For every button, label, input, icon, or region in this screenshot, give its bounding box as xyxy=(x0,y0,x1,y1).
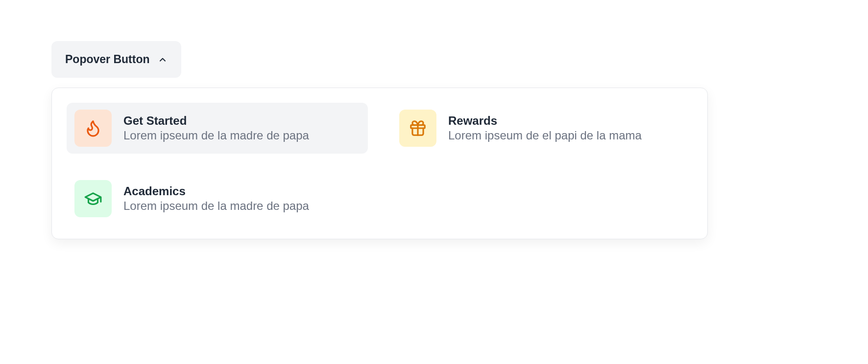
popover-panel: Get Started Lorem ipseum de la madre de … xyxy=(51,88,708,239)
menu-item-content: Get Started Lorem ipseum de la madre de … xyxy=(123,114,309,142)
menu-item-academics[interactable]: Academics Lorem ipseum de la madre de pa… xyxy=(67,173,368,224)
menu-item-rewards[interactable]: Rewards Lorem ipseum de el papi de la ma… xyxy=(391,103,693,154)
menu-item-title: Get Started xyxy=(123,114,309,128)
menu-item-description: Lorem ipseum de el papi de la mama xyxy=(448,129,642,142)
menu-item-title: Academics xyxy=(123,184,309,198)
gift-icon xyxy=(399,110,436,147)
menu-item-description: Lorem ipseum de la madre de papa xyxy=(123,129,309,142)
popover-button[interactable]: Popover Button xyxy=(51,41,181,78)
graduation-cap-icon xyxy=(74,180,112,217)
menu-item-content: Rewards Lorem ipseum de el papi de la ma… xyxy=(448,114,642,142)
menu-item-content: Academics Lorem ipseum de la madre de pa… xyxy=(123,184,309,213)
menu-item-description: Lorem ipseum de la madre de papa xyxy=(123,199,309,213)
menu-item-get-started[interactable]: Get Started Lorem ipseum de la madre de … xyxy=(67,103,368,154)
fire-icon xyxy=(74,110,112,147)
menu-item-title: Rewards xyxy=(448,114,642,128)
chevron-up-icon xyxy=(158,55,168,65)
popover-button-label: Popover Button xyxy=(65,53,150,66)
